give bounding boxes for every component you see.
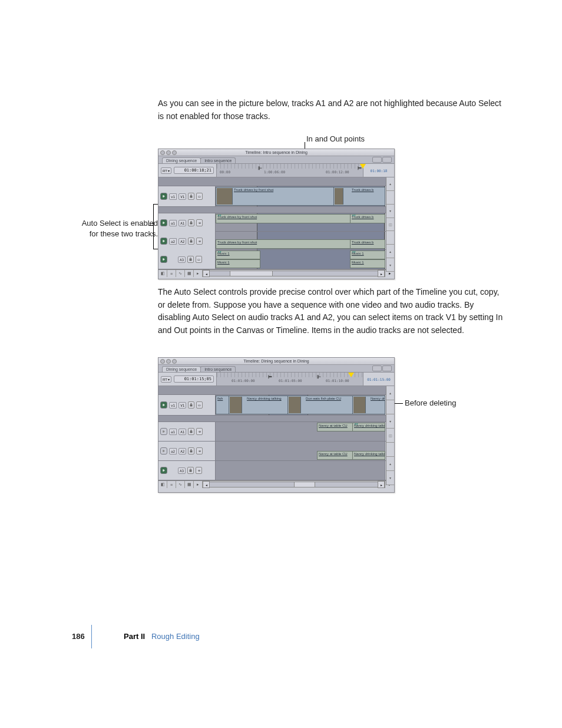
auto-select-a1[interactable]	[160, 219, 167, 226]
auto-select-a1[interactable]	[160, 428, 167, 435]
tab-intro[interactable]: Intro sequence	[200, 157, 236, 163]
track-body-a2[interactable]: Truck drives by front shot Truck drives …	[216, 232, 385, 249]
clip[interactable]: Music 1	[216, 259, 260, 268]
track-body-a3[interactable]	[216, 461, 385, 480]
tab-dining[interactable]: Dining sequence	[162, 157, 201, 163]
source-a2[interactable]: a2	[169, 448, 177, 454]
dest-v1[interactable]: V1	[178, 402, 186, 409]
toggle-btn[interactable]: ≡	[167, 481, 176, 488]
visibility-icon[interactable]: ▭	[196, 401, 203, 409]
out-point-icon[interactable]: ⊨	[358, 166, 362, 171]
clip[interactable]: ▾▾Truck drives by front shot	[216, 214, 366, 223]
timeline-ruler[interactable]: 01:01:00:00 ⊨ 01:01:05:00 ⊩ 01:01:10:00	[217, 373, 363, 386]
mute-icon[interactable]: ⊖	[196, 467, 202, 474]
track-body-a2[interactable]: Nancy at table CU Nancy drinking talking	[216, 442, 385, 460]
timeline-ruler[interactable]: 00:00 ⊩ 1:00:06:00 01:00:12:00 ⊨	[217, 164, 363, 177]
scroll-up-icon[interactable]: ▴	[386, 177, 394, 191]
split-icon[interactable]: ◫	[386, 429, 394, 443]
clip[interactable]: Nancy drinking talking	[352, 451, 385, 460]
tab-dining[interactable]: Dining sequence	[162, 366, 201, 372]
v-scrollbar[interactable]	[386, 231, 394, 245]
source-a2[interactable]: a2	[169, 238, 177, 245]
scroll-down-icon[interactable]: ▾	[386, 258, 394, 272]
clip[interactable]: Truck drives b	[333, 187, 385, 206]
v-scrollbar[interactable]	[386, 191, 394, 205]
scroll-up-icon[interactable]: ▴	[386, 245, 394, 258]
track-body-v1[interactable]: fish Nancy drinking talking Don eats fis…	[216, 395, 385, 415]
auto-select-a3[interactable]	[160, 467, 167, 474]
clip[interactable]: Truck drives b	[350, 239, 385, 249]
lock-icon[interactable]	[188, 219, 194, 226]
current-timecode[interactable]: 01:01:15;05	[174, 375, 214, 383]
scroll-down-icon[interactable]: ▾	[386, 414, 394, 429]
traffic-lights[interactable]	[160, 359, 177, 364]
dest-a1[interactable]: A1	[178, 220, 186, 226]
tab-intro[interactable]: Intro sequence	[200, 366, 236, 372]
auto-select-a2[interactable]	[160, 238, 167, 245]
lock-icon[interactable]	[188, 193, 194, 200]
toggle-btn[interactable]: ▸	[194, 270, 203, 277]
clip[interactable]: Truck drives by front shot	[216, 239, 366, 249]
h-scrollbar[interactable]	[210, 482, 378, 487]
auto-select-a3[interactable]	[160, 256, 167, 263]
current-timecode[interactable]: 01:00:18;21	[174, 167, 214, 174]
track-body-a1[interactable]: Nancy at table CU ▾▾Nancy drinking talki…	[216, 422, 385, 441]
traffic-lights[interactable]	[160, 150, 177, 155]
toggle-btn[interactable]: ▦	[185, 481, 194, 488]
in-point-icon[interactable]: ⊩	[317, 374, 321, 380]
dest-a3[interactable]: A3	[178, 256, 186, 263]
scroll-right-icon[interactable]: ▸	[378, 481, 385, 488]
source-v1[interactable]: v1	[169, 402, 177, 409]
lock-icon[interactable]	[187, 256, 194, 263]
scroll-down-icon[interactable]: ▾	[386, 471, 394, 485]
toggle-btn[interactable]: ▸	[194, 481, 203, 488]
mute-icon[interactable]: ⊖	[196, 428, 203, 435]
toggle-btn[interactable]: ∿	[176, 270, 185, 277]
lock-icon[interactable]	[188, 238, 194, 245]
lock-icon[interactable]	[188, 428, 194, 435]
auto-select-a2[interactable]	[160, 447, 167, 454]
lock-icon[interactable]	[187, 467, 194, 474]
scroll-up-icon[interactable]: ▴	[386, 457, 394, 471]
dest-a1[interactable]: A1	[178, 429, 186, 435]
clip[interactable]: Nancy dri	[352, 396, 385, 414]
source-v1[interactable]: v1	[169, 193, 177, 200]
toggle-btn[interactable]: ◧	[158, 270, 167, 277]
track-body-a3[interactable]: ▾▾Music 1 ▾▾Music 1 Music 1 Music 1	[216, 250, 385, 269]
split-icon[interactable]: ◫	[386, 218, 394, 232]
source-a1[interactable]: a1	[169, 429, 177, 435]
h-scrollbar[interactable]	[210, 271, 378, 276]
layout-buttons[interactable]	[372, 157, 392, 163]
scroll-up-icon[interactable]: ▴	[386, 386, 394, 400]
lock-icon[interactable]	[188, 401, 194, 409]
track-body-a1[interactable]: ▾▾Truck drives by front shot ▾▾Truck dri…	[216, 213, 385, 231]
mute-icon[interactable]: ⊖	[196, 238, 203, 245]
scroll-left-icon[interactable]: ◂	[203, 481, 210, 488]
layout-buttons[interactable]	[372, 365, 392, 371]
toggle-btn[interactable]: ∿	[176, 481, 185, 488]
toggle-btn[interactable]: ◧	[158, 481, 167, 488]
mute-icon[interactable]: ▭	[196, 256, 202, 263]
in-point-icon[interactable]: ⊩	[258, 166, 262, 171]
clip[interactable]: ▾▾Nancy drinking talking	[352, 423, 385, 431]
auto-select-v1[interactable]	[160, 193, 167, 200]
track-body-v1[interactable]: Truck drives by front shot Truck drives …	[216, 186, 385, 206]
clip[interactable]: Nancy at table CU	[317, 451, 356, 460]
mute-icon[interactable]: ⊖	[196, 219, 203, 226]
mute-icon[interactable]: ⊖	[196, 447, 203, 454]
clip[interactable]: ▾▾Music 1	[216, 251, 260, 259]
dest-v1[interactable]: V1	[178, 193, 186, 200]
auto-select-v1[interactable]	[160, 401, 167, 409]
toggle-btn[interactable]: ▦	[185, 270, 194, 277]
clip[interactable]: ▾▾Music 1	[350, 251, 385, 259]
clip[interactable]: Nancy at table CU	[317, 423, 356, 431]
dest-a2[interactable]: A2	[178, 238, 186, 245]
scroll-right-icon[interactable]: ▸	[378, 270, 385, 277]
source-a1[interactable]: a1	[169, 220, 177, 226]
rt-menu[interactable]: RT ▾	[161, 376, 171, 383]
v-scrollbar[interactable]	[386, 443, 394, 457]
scroll-down-icon[interactable]: ▾	[386, 205, 394, 218]
lock-icon[interactable]	[188, 447, 194, 454]
dest-a2[interactable]: A2	[178, 448, 186, 454]
out-point-icon[interactable]: ⊨	[268, 374, 272, 380]
